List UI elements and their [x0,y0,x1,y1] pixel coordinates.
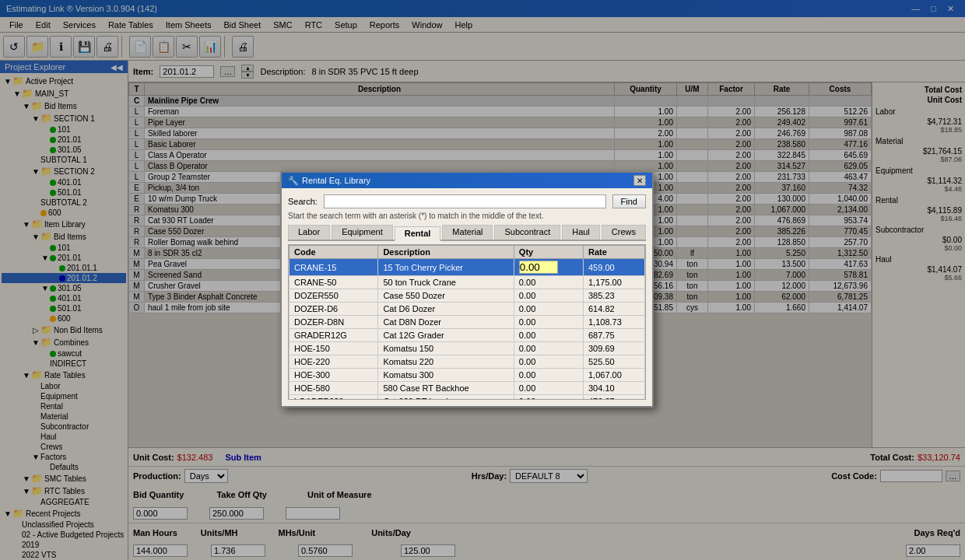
tab-crews[interactable]: Crews [602,225,646,240]
cell-description: Case 550 Dozer [378,289,514,303]
list-item[interactable]: CRANE-15 15 Ton Cherry Picker 459.00 [290,259,645,276]
modal-find-button[interactable]: Find [612,194,646,208]
modal-hint: Start the search term with an asterisk (… [288,212,646,220]
cell-description: Komatsu 300 [378,369,514,382]
cell-description: Cat 930 RT Loader [378,395,514,401]
cell-qty: 0.00 [514,276,583,289]
list-item[interactable]: HOE-580 580 Case RT Backhoe 0.00 304.10 [290,382,645,395]
cell-code: CRANE-50 [290,276,378,289]
cell-qty: 0.00 [514,289,583,303]
list-item[interactable]: DOZER-D6 Cat D6 Dozer 0.00 614.82 [290,303,645,316]
modal-tabs: Labor Equipment Rental Material Subcontr… [288,225,646,241]
modal-icon: 🔧 [288,176,299,186]
cell-code: HOE-580 [290,382,378,395]
cell-code: HOE-150 [290,342,378,355]
cell-code: HOE-220 [290,355,378,369]
cell-code: HOE-300 [290,369,378,382]
cell-description: Cat D6 Dozer [378,303,514,316]
cell-code: CRANE-15 [290,259,378,276]
modal-dialog: 🔧 Rental Eq. Library ✕ Search: Find Star… [280,171,654,408]
modal-title-container: 🔧 Rental Eq. Library [288,176,370,186]
list-item[interactable]: HOE-150 Komatsu 150 0.00 309.69 [290,342,645,355]
modal-col-code: Code [290,246,378,259]
cell-description: Cat D8N Dozer [378,316,514,329]
cell-qty: 0.00 [514,329,583,342]
modal-close-button[interactable]: ✕ [633,175,646,186]
cell-qty: 0.00 [514,303,583,316]
list-item[interactable]: HOE-220 Komatsu 220 0.00 525.50 [290,355,645,369]
modal-search-input[interactable] [324,194,606,208]
cell-rate: 687.75 [583,329,644,342]
tab-haul[interactable]: Haul [562,225,600,240]
cell-qty: 0.00 [514,355,583,369]
modal-body: Search: Find Start the search term with … [282,188,652,406]
cell-rate: 385.23 [583,289,644,303]
cell-qty: 0.00 [514,342,583,355]
modal-grid-container[interactable]: Code Description Qty Rate CRANE-15 15 To… [288,244,646,400]
cell-description: 580 Case RT Backhoe [378,382,514,395]
cell-rate: 1,108.73 [583,316,644,329]
cell-rate: 1,067.00 [583,369,644,382]
modal-title: Rental Eq. Library [302,176,370,185]
modal-col-rate: Rate [583,246,644,259]
cell-qty: 0.00 [514,395,583,401]
list-item[interactable]: DOZER-D8N Cat D8N Dozer 0.00 1,108.73 [290,316,645,329]
cell-description: 15 Ton Cherry Picker [378,259,514,276]
tab-labor[interactable]: Labor [288,225,330,240]
cell-qty [514,259,583,276]
cell-code: DOZER-D8N [290,316,378,329]
list-item[interactable]: CRANE-50 50 ton Truck Crane 0.00 1,175.0… [290,276,645,289]
list-item[interactable]: LOADER930 Cat 930 RT Loader 0.00 476.87 [290,395,645,401]
cell-code: DOZER550 [290,289,378,303]
cell-rate: 614.82 [583,303,644,316]
list-item[interactable]: DOZER550 Case 550 Dozer 0.00 385.23 [290,289,645,303]
search-label: Search: [288,197,318,206]
list-item[interactable]: GRADER12G Cat 12G Grader 0.00 687.75 [290,329,645,342]
cell-rate: 459.00 [583,259,644,276]
modal-overlay: 🔧 Rental Eq. Library ✕ Search: Find Star… [0,0,965,560]
cell-code: GRADER12G [290,329,378,342]
cell-rate: 525.50 [583,355,644,369]
list-item[interactable]: HOE-300 Komatsu 300 0.00 1,067.00 [290,369,645,382]
cell-rate: 309.69 [583,342,644,355]
tab-equipment[interactable]: Equipment [332,225,393,240]
tab-rental[interactable]: Rental [395,226,441,241]
cell-description: Cat 12G Grader [378,329,514,342]
tab-subcontract[interactable]: Subcontract [494,225,560,240]
cell-rate: 476.87 [583,395,644,401]
cell-description: Komatsu 220 [378,355,514,369]
cell-code: LOADER930 [290,395,378,401]
cell-description: 50 ton Truck Crane [378,276,514,289]
cell-rate: 304.10 [583,382,644,395]
cell-qty: 0.00 [514,316,583,329]
tab-material[interactable]: Material [442,225,493,240]
modal-col-description: Description [378,246,514,259]
modal-title-bar: 🔧 Rental Eq. Library ✕ [282,173,652,188]
qty-input[interactable] [519,261,558,274]
modal-search-row: Search: Find [288,194,646,208]
cell-qty: 0.00 [514,369,583,382]
modal-grid-table: Code Description Qty Rate CRANE-15 15 To… [289,245,645,400]
modal-col-qty: Qty [514,246,583,259]
cell-description: Komatsu 150 [378,342,514,355]
cell-code: DOZER-D6 [290,303,378,316]
cell-qty: 0.00 [514,382,583,395]
cell-rate: 1,175.00 [583,276,644,289]
